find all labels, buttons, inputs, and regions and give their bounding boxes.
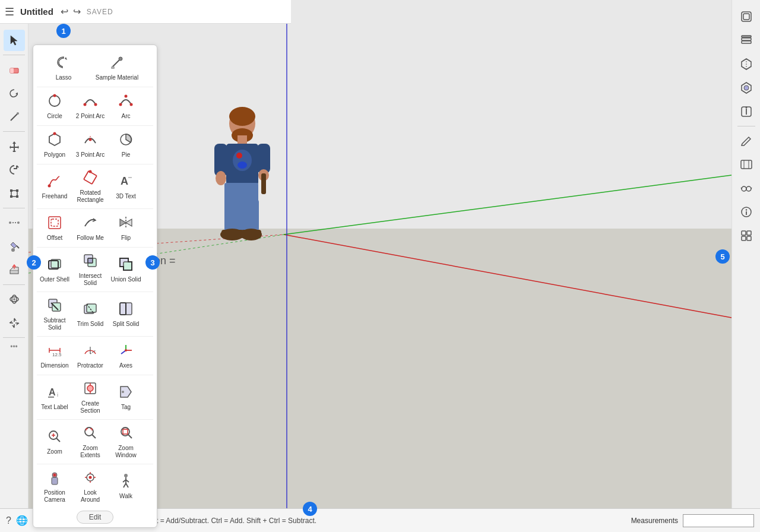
circle-tool[interactable]: Circle: [37, 88, 72, 124]
two-point-arc-label: 2 Point Arc: [76, 113, 104, 120]
zoom-window-label: Zoom Window: [109, 445, 142, 459]
follow-me-label: Follow Me: [77, 235, 104, 242]
svg-rect-134: [742, 41, 751, 43]
rotate-btn[interactable]: [4, 159, 25, 180]
svg-point-113: [121, 428, 129, 436]
look-around-tool[interactable]: Look Around: [72, 466, 108, 507]
tool-section-4: Freehand Rotated Rectangle A 3D Text: [37, 166, 153, 207]
svg-point-47: [53, 94, 56, 97]
outer-shell-tool[interactable]: Outer Shell: [37, 249, 72, 290]
tool-section-5: Offset Follow Me Flip: [37, 210, 153, 246]
follow-me-tool[interactable]: Follow Me: [72, 210, 108, 246]
tool-section-9: Ai Text Label Create Section Tag: [37, 376, 153, 418]
tag-label: Tag: [121, 404, 131, 411]
scale-btn[interactable]: [4, 183, 25, 204]
tag-tool[interactable]: Tag: [108, 376, 144, 418]
divider-8: [37, 375, 153, 375]
polygon-tool[interactable]: Polygon: [37, 127, 72, 163]
tape-btn[interactable]: [4, 212, 25, 233]
three-point-arc-tool[interactable]: 3 Point Arc: [72, 127, 108, 163]
text-label-tool[interactable]: Ai Text Label: [37, 376, 72, 418]
layers-btn[interactable]: [736, 30, 757, 51]
pencil-right-btn[interactable]: [736, 130, 757, 151]
menu-icon[interactable]: ☰: [5, 5, 14, 18]
help-icon[interactable]: ?: [6, 515, 11, 526]
axes-tool[interactable]: Axes: [108, 338, 144, 373]
edit-button[interactable]: Edit: [77, 511, 114, 524]
position-camera-tool[interactable]: Position Camera: [37, 466, 72, 507]
sidebar-more[interactable]: •••: [10, 343, 18, 351]
select-tool-btn[interactable]: [4, 30, 25, 51]
walk-tool[interactable]: Walk: [108, 466, 144, 507]
pencil-btn[interactable]: [4, 106, 25, 128]
svg-rect-42: [241, 230, 261, 238]
svg-rect-117: [52, 477, 58, 484]
flip-tool[interactable]: Flip: [108, 210, 144, 246]
zoom-tool[interactable]: Zoom: [37, 421, 72, 463]
sidebar-divider-2: [3, 131, 26, 132]
svg-point-3: [17, 112, 19, 115]
svg-rect-97: [48, 397, 54, 398]
trim-solid-tool[interactable]: Trim Solid: [72, 293, 108, 335]
sample-material-tool[interactable]: Sample Material: [90, 50, 144, 86]
styles-btn[interactable]: [736, 6, 757, 27]
svg-rect-14: [10, 270, 18, 274]
info-btn[interactable]: [736, 201, 757, 223]
intersect-solid-label: Intersect Solid: [74, 273, 107, 287]
offset-tool[interactable]: Offset: [37, 210, 72, 246]
tool-panel: Lasso Sample Material Circle 2 Point Arc: [33, 45, 157, 528]
eraser-btn[interactable]: [4, 59, 25, 80]
freehand-tool[interactable]: Freehand: [37, 166, 72, 207]
intersect-solid-tool[interactable]: Intersect Solid: [72, 249, 108, 290]
left-sidebar: •••: [0, 0, 28, 532]
svg-rect-77: [52, 303, 61, 311]
svg-rect-143: [741, 160, 752, 169]
globe-icon[interactable]: 🌐: [16, 515, 28, 526]
extensions-btn[interactable]: [736, 225, 757, 246]
svg-point-10: [9, 221, 11, 224]
dimension-tool[interactable]: 12.5 Dimension: [37, 338, 72, 373]
svg-rect-38: [244, 199, 259, 232]
svg-point-13: [11, 248, 15, 252]
3d-text-tool[interactable]: A 3D Text: [108, 166, 144, 207]
glasses-btn[interactable]: [736, 178, 757, 199]
divider-7: [37, 336, 153, 337]
protractor-tool[interactable]: Protractor: [72, 338, 108, 373]
badge-1: 1: [56, 24, 71, 38]
zoom-window-tool[interactable]: Zoom Window: [108, 421, 144, 463]
measurements-input[interactable]: [683, 514, 754, 527]
rotated-rectangle-tool[interactable]: Rotated Rectangle: [72, 166, 108, 207]
materials-btn[interactable]: [736, 77, 757, 99]
lasso-tool[interactable]: Lasso: [37, 50, 90, 86]
walk-label: Walk: [119, 493, 132, 500]
entity-info-btn[interactable]: [736, 101, 757, 122]
orbit-btn[interactable]: [4, 289, 25, 310]
look-around-label: Look Around: [74, 489, 107, 504]
sidebar-divider-3: [3, 208, 26, 208]
subtract-solid-tool[interactable]: Subtract Solid: [37, 293, 72, 335]
offset-label: Offset: [47, 235, 63, 242]
arc-tool[interactable]: Arc: [108, 88, 144, 124]
pie-tool[interactable]: Pie: [108, 127, 144, 163]
scenes-btn[interactable]: [736, 154, 757, 175]
svg-point-24: [229, 107, 255, 126]
redo-button[interactable]: ↪: [71, 5, 83, 18]
circle-label: Circle: [47, 113, 62, 120]
svg-text:12.5: 12.5: [52, 352, 62, 357]
two-point-arc-tool[interactable]: 2 Point Arc: [72, 88, 108, 124]
tool-section-7: Subtract Solid Trim Solid Split Solid: [37, 293, 153, 335]
push-pull-btn[interactable]: [4, 259, 25, 281]
svg-rect-26: [238, 135, 247, 144]
zoom-extents-tool[interactable]: Zoom Extents: [72, 421, 108, 463]
divider-4: [37, 208, 153, 209]
pan-btn[interactable]: [4, 312, 25, 334]
badge-3: 3: [145, 255, 160, 270]
split-solid-tool[interactable]: Split Solid: [108, 293, 144, 335]
undo-button[interactable]: ↩: [58, 5, 71, 18]
union-solid-tool[interactable]: Union Solid: [108, 249, 144, 290]
paint-btn[interactable]: [4, 236, 25, 257]
components-btn[interactable]: [736, 53, 757, 75]
move-btn[interactable]: [4, 135, 25, 157]
create-section-tool[interactable]: Create Section: [72, 376, 108, 418]
lasso-tool-btn[interactable]: [4, 83, 25, 104]
